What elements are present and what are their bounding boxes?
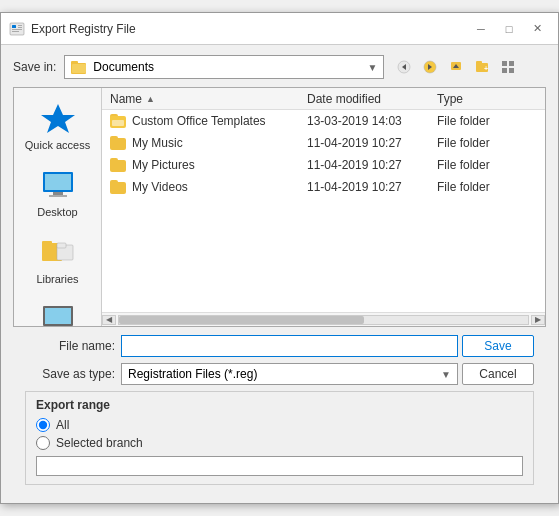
file-row-0-date: 13-03-2019 14:03 xyxy=(307,114,437,128)
toolbar-buttons: + xyxy=(392,55,520,79)
svg-rect-21 xyxy=(509,68,514,73)
column-name-label: Name xyxy=(110,92,142,106)
save-in-row: Save in: Documents ▼ xyxy=(13,55,546,79)
up-button[interactable] xyxy=(444,55,468,79)
sidebar-item-this-pc[interactable]: This PC xyxy=(18,295,98,326)
svg-rect-3 xyxy=(18,27,22,28)
radio-all-row: All xyxy=(36,418,523,432)
folder-special-icon xyxy=(110,114,126,128)
file-name-input-wrapper: Save xyxy=(121,335,534,357)
svg-rect-8 xyxy=(72,64,86,73)
up-icon xyxy=(449,60,463,74)
horizontal-scrollbar[interactable]: ◀ ▶ xyxy=(102,312,545,326)
folder-icon xyxy=(71,60,87,74)
file-row-2-name: My Pictures xyxy=(110,158,307,172)
folder-music-icon xyxy=(110,136,126,150)
back-icon xyxy=(397,60,411,74)
svg-rect-24 xyxy=(45,174,71,190)
views-button[interactable] xyxy=(496,55,520,79)
close-button[interactable]: ✕ xyxy=(524,19,550,39)
file-list-header: Name ▲ Date modified Type xyxy=(102,88,545,110)
radio-all[interactable] xyxy=(36,418,50,432)
file-row-1-date: 11-04-2019 10:27 xyxy=(307,136,437,150)
radio-all-label: All xyxy=(56,418,69,432)
forward-icon xyxy=(423,60,437,74)
sidebar: Quick access Desktop xyxy=(14,88,102,326)
svg-rect-32 xyxy=(45,308,71,324)
sidebar-item-quick-access[interactable]: Quick access xyxy=(18,94,98,157)
save-as-type-wrapper: Registration Files (*.reg) ▼ Cancel xyxy=(121,363,534,385)
registry-icon xyxy=(9,21,25,37)
save-in-arrow-icon: ▼ xyxy=(367,62,377,73)
svg-rect-26 xyxy=(49,195,67,197)
minimize-button[interactable]: ─ xyxy=(468,19,494,39)
quick-access-icon-wrapper xyxy=(38,100,78,136)
folder-videos-icon xyxy=(110,180,126,194)
desktop-icon xyxy=(39,168,77,202)
file-row-1-type: File folder xyxy=(437,136,537,150)
save-in-dropdown[interactable]: Documents ▼ xyxy=(64,55,384,79)
file-row-0-type: File folder xyxy=(437,114,537,128)
title-bar-controls: ─ □ ✕ xyxy=(468,19,550,39)
file-name-input[interactable] xyxy=(121,335,458,357)
file-name-label: File name: xyxy=(25,339,115,353)
sidebar-item-desktop[interactable]: Desktop xyxy=(18,161,98,224)
file-row-2-type: File folder xyxy=(437,158,537,172)
branch-input[interactable] xyxy=(36,456,523,476)
svg-rect-5 xyxy=(12,31,19,32)
file-row-3[interactable]: My Videos 11-04-2019 10:27 File folder xyxy=(102,176,545,198)
title-bar-left: Export Registry File xyxy=(9,21,136,37)
back-button[interactable] xyxy=(392,55,416,79)
sidebar-item-quick-access-label: Quick access xyxy=(25,139,90,151)
this-pc-icon-wrapper xyxy=(38,301,78,326)
libraries-icon-wrapper xyxy=(38,234,78,270)
file-row-1[interactable]: My Music 11-04-2019 10:27 File folder xyxy=(102,132,545,154)
file-list-area: Name ▲ Date modified Type C xyxy=(102,88,545,326)
views-icon xyxy=(501,60,515,74)
save-as-type-value: Registration Files (*.reg) xyxy=(128,367,435,381)
svg-rect-16 xyxy=(476,61,482,65)
save-in-label: Save in: xyxy=(13,60,56,74)
forward-button[interactable] xyxy=(418,55,442,79)
scroll-left-button[interactable]: ◀ xyxy=(102,315,116,325)
desktop-icon-wrapper xyxy=(38,167,78,203)
sidebar-item-libraries-label: Libraries xyxy=(36,273,78,285)
radio-selected-branch-label: Selected branch xyxy=(56,436,143,450)
scroll-right-button[interactable]: ▶ xyxy=(531,315,545,325)
column-date[interactable]: Date modified xyxy=(307,92,437,106)
file-name-row: File name: Save xyxy=(25,335,534,357)
save-as-type-label: Save as type: xyxy=(25,367,115,381)
save-button[interactable]: Save xyxy=(462,335,534,357)
save-as-type-dropdown[interactable]: Registration Files (*.reg) ▼ xyxy=(121,363,458,385)
svg-rect-19 xyxy=(509,61,514,66)
sort-arrow-icon: ▲ xyxy=(146,94,155,104)
column-type[interactable]: Type xyxy=(437,92,537,106)
main-content-area: Quick access Desktop xyxy=(13,87,546,327)
radio-selected-branch[interactable] xyxy=(36,436,50,450)
save-as-type-arrow-icon: ▼ xyxy=(441,369,451,380)
new-folder-button[interactable]: + xyxy=(470,55,494,79)
title-bar: Export Registry File ─ □ ✕ xyxy=(1,13,558,45)
computer-icon xyxy=(39,302,77,326)
maximize-button[interactable]: □ xyxy=(496,19,522,39)
scrollbar-track[interactable] xyxy=(118,315,529,325)
folder-pictures-icon xyxy=(110,158,126,172)
export-range-title: Export range xyxy=(36,398,523,412)
svg-rect-4 xyxy=(12,29,22,30)
file-row-0-name: Custom Office Templates xyxy=(110,114,307,128)
file-list-items: Custom Office Templates 13-03-2019 14:03… xyxy=(102,110,545,312)
export-range-section: Export range All Selected branch xyxy=(25,391,534,485)
dialog-body: Save in: Documents ▼ xyxy=(1,45,558,503)
file-row-3-type: File folder xyxy=(437,180,537,194)
cancel-button[interactable]: Cancel xyxy=(462,363,534,385)
file-row-0[interactable]: Custom Office Templates 13-03-2019 14:03… xyxy=(102,110,545,132)
export-registry-dialog: Export Registry File ─ □ ✕ Save in: Docu… xyxy=(0,12,559,504)
new-folder-icon: + xyxy=(475,60,489,74)
sidebar-item-libraries[interactable]: Libraries xyxy=(18,228,98,291)
svg-rect-18 xyxy=(502,61,507,66)
scrollbar-thumb xyxy=(119,316,364,324)
dialog-title: Export Registry File xyxy=(31,22,136,36)
file-row-2[interactable]: My Pictures 11-04-2019 10:27 File folder xyxy=(102,154,545,176)
svg-text:+: + xyxy=(484,65,488,72)
column-name[interactable]: Name ▲ xyxy=(110,92,307,106)
